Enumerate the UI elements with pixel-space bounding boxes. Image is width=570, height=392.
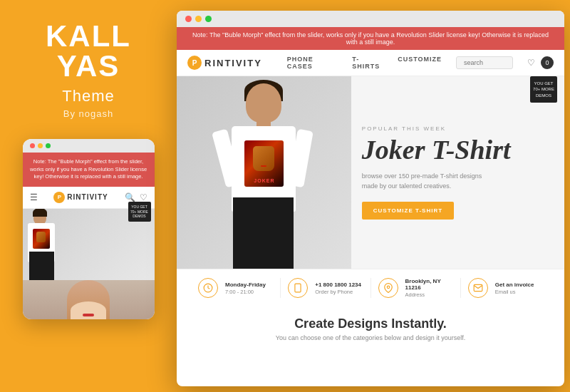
info-email-text: Get an invoice Email us xyxy=(495,282,534,295)
info-item-email: Get an invoice Email us xyxy=(461,278,550,298)
customize-button[interactable]: CUSTOMIZE T-SHIRT xyxy=(362,202,454,220)
person-pants xyxy=(233,197,294,269)
nav-link-tshirts[interactable]: T-SHIRTS xyxy=(352,56,387,70)
bottom-title: Create Designs Instantly. xyxy=(191,316,550,331)
mobile-dot-yellow xyxy=(38,143,43,148)
shirt-graphic-overlay: JOKER xyxy=(244,140,284,187)
browser-logo-text: RINTIVITY xyxy=(204,58,262,68)
location-icon xyxy=(378,278,398,298)
info-bar: Monday-Friday 7:00 - 21:00 +1 800 1800 1… xyxy=(177,269,564,306)
person-figure: JOKER xyxy=(217,83,310,269)
mobile-top-bar xyxy=(23,139,155,153)
nav-link-phone-cases[interactable]: PHONE CASES xyxy=(287,56,341,70)
joker-title: Joker T-Shirt xyxy=(362,135,546,165)
hero-left: JOKER xyxy=(177,76,351,269)
browser-nav-links: PHONE CASES T-SHIRTS CUSTOMIZE xyxy=(287,56,442,70)
browser-you-get-badge: YOU GET 70+ MORE DEMOS xyxy=(530,76,557,103)
mobile-face-graphic xyxy=(36,232,46,242)
browser-cart-icon[interactable]: 0 xyxy=(541,56,554,69)
brand-title: KALL YAS xyxy=(46,21,131,81)
info-item-phone: +1 800 1800 1234 Order by Phone xyxy=(281,278,370,298)
mobile-woman-face xyxy=(71,301,106,319)
browser-dot-red xyxy=(185,16,192,22)
bottom-section: Create Designs Instantly. You can choose… xyxy=(177,306,564,341)
mobile-logo: ☰ xyxy=(30,192,38,202)
browser-search-input[interactable] xyxy=(456,56,513,69)
joker-text: JOKER xyxy=(254,178,274,183)
browser-dot-green xyxy=(205,16,212,22)
browser-logo: P RINTIVITY xyxy=(187,56,262,70)
clock-icon xyxy=(198,278,218,298)
person-head xyxy=(246,83,281,123)
phone-icon xyxy=(288,278,308,298)
mobile-woman-smile xyxy=(83,314,94,316)
mobile-bottom-photo xyxy=(23,280,155,319)
shirt-graphic-face xyxy=(253,146,274,171)
bottom-subtitle: You can choose one of the categories bel… xyxy=(191,334,550,341)
mobile-heart-icon[interactable]: ♡ xyxy=(140,192,147,202)
mobile-you-get-badge: YOU GET 70+ MORE DEMOS xyxy=(128,202,151,222)
hero-person-container: JOKER xyxy=(177,76,351,269)
theme-label: Theme xyxy=(62,87,114,105)
mobile-mockup: Note: The "Buble Morph" effect from the … xyxy=(23,139,155,319)
mobile-logo-text: RINTIVITY xyxy=(67,193,108,201)
browser-dot-yellow xyxy=(195,16,202,22)
svg-rect-1 xyxy=(295,284,301,292)
mobile-logo-circle: P xyxy=(53,192,65,203)
mobile-hamburger-icon[interactable]: ☰ xyxy=(30,192,38,202)
mobile-logo-group: P RINTIVITY xyxy=(53,192,108,203)
email-icon xyxy=(468,278,488,298)
mobile-shirt-graphic xyxy=(33,229,50,249)
nav-link-customize[interactable]: CUSTOMIZE xyxy=(398,56,442,70)
left-panel: KALL YAS Theme By nogash Note: The "Bubl… xyxy=(0,0,177,392)
mobile-dot-red xyxy=(30,143,35,148)
info-item-hours: Monday-Friday 7:00 - 21:00 xyxy=(191,278,281,298)
browser-mockup: Note: The "Buble Morph" effect from the … xyxy=(177,11,564,386)
hero-section: JOKER POPULAR THIS WEEK Joker T-Shirt br… xyxy=(177,76,564,269)
info-item-address: Brooklyn, NY 11216 Address xyxy=(371,278,461,298)
browser-alert-bar: Note: The "Buble Morph" effect from the … xyxy=(177,27,564,50)
hero-right: POPULAR THIS WEEK Joker T-Shirt browse o… xyxy=(351,76,564,269)
info-hours-text: Monday-Friday 7:00 - 21:00 xyxy=(225,282,266,295)
mobile-search-icon[interactable]: 🔍 xyxy=(125,192,135,202)
mobile-hair xyxy=(33,209,47,217)
browser-logo-circle: P xyxy=(187,56,202,70)
joker-smile xyxy=(261,165,266,167)
hero-description: browse over 150 pre-made T-shirt designs… xyxy=(362,172,483,191)
popular-label: POPULAR THIS WEEK xyxy=(362,125,546,132)
svg-point-3 xyxy=(387,286,390,289)
info-address-text: Brooklyn, NY 11216 Address xyxy=(405,278,453,298)
info-phone-text: +1 800 1800 1234 Order by Phone xyxy=(315,282,361,295)
browser-nav: P RINTIVITY PHONE CASES T-SHIRTS CUSTOMI… xyxy=(177,50,564,76)
mobile-person xyxy=(26,210,73,280)
mobile-alert-bar: Note: The "Buble Morph" effect from the … xyxy=(23,153,155,187)
mobile-nav-right: 🔍 ♡ xyxy=(125,192,147,202)
mobile-pants xyxy=(29,252,54,280)
browser-nav-icons: ♡ 0 xyxy=(527,56,554,69)
browser-heart-icon[interactable]: ♡ xyxy=(527,58,535,68)
by-label: By nogash xyxy=(63,108,113,119)
browser-top-bar xyxy=(177,11,564,27)
mobile-dot-green xyxy=(46,143,51,148)
